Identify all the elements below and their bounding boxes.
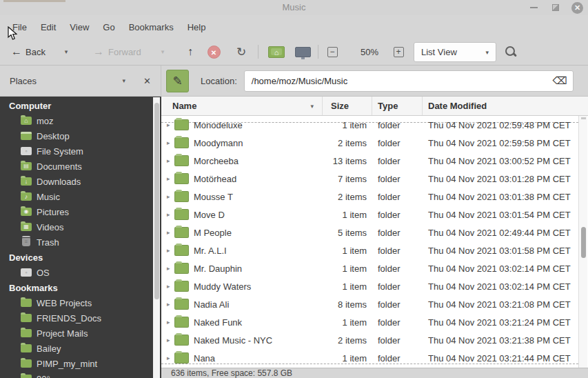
file-date-modified: Thu 04 Nov 2021 03:01:54 PM CET bbox=[423, 210, 588, 220]
list-scrollbar-thumb[interactable] bbox=[581, 227, 586, 258]
toolbar-separator bbox=[258, 45, 258, 59]
column-header-size[interactable]: Size bbox=[323, 97, 372, 115]
expander-icon[interactable]: ▸ bbox=[167, 301, 174, 308]
expander-icon[interactable]: ▸ bbox=[167, 175, 174, 182]
table-row[interactable]: ▸ Motörhead 7 items folder Thu 04 Nov 20… bbox=[161, 170, 588, 188]
forward-history-caret-icon[interactable]: ▾ bbox=[159, 39, 167, 65]
file-name-cell: ▸ Morcheeba bbox=[161, 155, 323, 166]
column-header-date-modified[interactable]: Date Modified bbox=[423, 97, 588, 115]
expander-icon[interactable]: ▸ bbox=[167, 283, 174, 290]
table-row[interactable]: ▸ Nadia Ali 8 items folder Thu 04 Nov 20… bbox=[161, 295, 588, 313]
sidebar-item-label: PIMP_my_mint bbox=[37, 359, 97, 369]
column-header-type[interactable]: Type bbox=[372, 97, 423, 115]
sidebar-item[interactable]: WEB Projects bbox=[0, 295, 161, 310]
menu-item[interactable]: Help bbox=[181, 19, 213, 35]
menu-item[interactable]: Edit bbox=[34, 19, 63, 35]
expander-icon[interactable]: ▸ bbox=[167, 193, 174, 200]
restore-button[interactable] bbox=[552, 4, 559, 11]
list-scrollbar-stepper[interactable] bbox=[581, 117, 586, 119]
up-button[interactable]: ↑ bbox=[183, 39, 197, 65]
sidebar-item[interactable]: FRIENDS_Docs bbox=[0, 310, 161, 326]
places-close-icon[interactable]: ✕ bbox=[143, 76, 151, 86]
edit-location-button[interactable]: ✎ bbox=[166, 70, 189, 92]
stop-icon[interactable]: ✕ bbox=[207, 46, 221, 59]
expander-icon[interactable]: ▸ bbox=[167, 247, 174, 254]
expander-icon[interactable]: ▸ bbox=[167, 337, 174, 344]
table-row[interactable]: ▸ Nana 1 item folder Thu 04 Nov 2021 03:… bbox=[161, 349, 588, 367]
file-size: 1 item bbox=[323, 281, 372, 292]
expander-icon[interactable]: ▸ bbox=[167, 319, 174, 326]
back-arrow-icon[interactable]: ← bbox=[10, 39, 23, 65]
file-name-cell: ▸ Naked Music - NYC bbox=[161, 335, 323, 346]
back-button[interactable]: Back bbox=[26, 39, 45, 65]
table-row[interactable]: ▸ M People 5 items folder Thu 04 Nov 202… bbox=[161, 223, 588, 241]
sort-indicator-icon: ▾ bbox=[310, 103, 314, 110]
file-name: Mr. Dauphin bbox=[194, 263, 242, 274]
sidebar-item[interactable]: Desktop bbox=[0, 128, 161, 143]
file-type: folder bbox=[372, 120, 423, 130]
menu-item[interactable]: Bookmarks bbox=[122, 19, 181, 35]
list-scrollbar[interactable] bbox=[578, 116, 587, 368]
forward-button[interactable]: Forward bbox=[108, 39, 141, 65]
file-size: 8 items bbox=[323, 299, 372, 310]
expander-icon[interactable]: ▸ bbox=[167, 355, 174, 361]
table-row[interactable]: ▸ Monodeluxe 1 item folder Thu 04 Nov 20… bbox=[161, 116, 588, 134]
sidebar-item[interactable]: Documents bbox=[0, 159, 161, 174]
home-folder-icon[interactable] bbox=[268, 46, 285, 58]
sidebar-item[interactable]: Computer bbox=[0, 98, 161, 113]
sidebar-item[interactable]: Downloads bbox=[0, 174, 161, 189]
computer-icon[interactable] bbox=[295, 47, 311, 57]
sidebar-item[interactable]: OS bbox=[0, 265, 161, 280]
table-row[interactable]: ▸ Moodymann 2 items folder Thu 04 Nov 20… bbox=[161, 134, 588, 152]
location-input[interactable]: /home/moz/Music/Music ⌫ bbox=[244, 70, 574, 92]
sidebar-item[interactable]: moz bbox=[0, 113, 161, 128]
sidebar-item[interactable]: Pictures bbox=[0, 204, 161, 219]
back-history-caret-icon[interactable]: ▾ bbox=[62, 39, 70, 65]
expander-icon[interactable]: ▸ bbox=[167, 121, 174, 128]
expander-icon[interactable]: ▸ bbox=[167, 211, 174, 218]
folder-icon bbox=[174, 227, 189, 238]
menu-item[interactable]: View bbox=[63, 19, 96, 35]
table-row[interactable]: ▸ Muddy Waters 1 item folder Thu 04 Nov … bbox=[161, 277, 588, 295]
sidebar-item[interactable]: Music bbox=[0, 189, 161, 204]
sidebar-item-icon bbox=[21, 117, 32, 125]
expander-icon[interactable]: ▸ bbox=[167, 157, 174, 164]
table-row[interactable]: ▸ Mr. Dauphin 1 item folder Thu 04 Nov 2… bbox=[161, 259, 588, 277]
file-size: 1 item bbox=[323, 210, 372, 220]
sidebar-item[interactable]: Videos bbox=[0, 219, 161, 235]
sidebar-item[interactable]: File System bbox=[0, 143, 161, 159]
sidebar-item-icon bbox=[21, 268, 32, 277]
sidebar-item[interactable]: Devices bbox=[0, 250, 161, 265]
expander-icon[interactable]: ▸ bbox=[167, 265, 174, 272]
expander-icon[interactable]: ▸ bbox=[167, 229, 174, 236]
zoom-in-button[interactable]: + bbox=[394, 47, 404, 57]
table-row[interactable]: ▸ Naked Funk 1 item folder Thu 04 Nov 20… bbox=[161, 313, 588, 331]
places-dropdown-caret-icon[interactable]: ▾ bbox=[123, 77, 126, 84]
view-mode-dropdown[interactable]: List View ▾ bbox=[414, 42, 496, 62]
close-button[interactable]: ✕ bbox=[571, 2, 583, 14]
table-row[interactable]: ▸ Mr. A.L.I 1 item folder Thu 04 Nov 202… bbox=[161, 241, 588, 259]
menu-item[interactable]: Go bbox=[96, 19, 121, 35]
table-row[interactable]: ▸ Morcheeba 13 items folder Thu 04 Nov 2… bbox=[161, 152, 588, 170]
forward-arrow-icon[interactable]: → bbox=[92, 39, 105, 65]
column-header-name[interactable]: Name ▾ bbox=[161, 97, 323, 115]
sidebar-scrollbar-thumb[interactable] bbox=[154, 103, 159, 299]
table-row[interactable]: ▸ Mousse T 2 items folder Thu 04 Nov 202… bbox=[161, 188, 588, 206]
expander-icon[interactable]: ▸ bbox=[167, 139, 174, 146]
sidebar-item[interactable]: Project Mails bbox=[0, 326, 161, 341]
sidebar-item[interactable]: 90° bbox=[0, 371, 161, 378]
file-name: Move D bbox=[194, 210, 225, 220]
clear-location-icon[interactable]: ⌫ bbox=[553, 74, 567, 87]
sidebar-scrollbar[interactable] bbox=[153, 97, 160, 378]
sidebar-item[interactable]: Bailey bbox=[0, 341, 161, 356]
refresh-icon[interactable]: ↻ bbox=[235, 39, 247, 65]
file-size: 1 item bbox=[323, 120, 372, 130]
search-icon[interactable] bbox=[505, 46, 517, 58]
table-row[interactable]: ▸ Naked Music - NYC 2 items folder Thu 0… bbox=[161, 331, 588, 349]
sidebar-item[interactable]: Trash bbox=[0, 235, 161, 250]
minimize-button[interactable] bbox=[530, 7, 538, 8]
sidebar-item[interactable]: PIMP_my_mint bbox=[0, 356, 161, 371]
table-row[interactable]: ▸ Move D 1 item folder Thu 04 Nov 2021 0… bbox=[161, 206, 588, 223]
zoom-out-button[interactable]: − bbox=[327, 47, 338, 57]
sidebar-item[interactable]: Bookmarks bbox=[0, 280, 161, 295]
